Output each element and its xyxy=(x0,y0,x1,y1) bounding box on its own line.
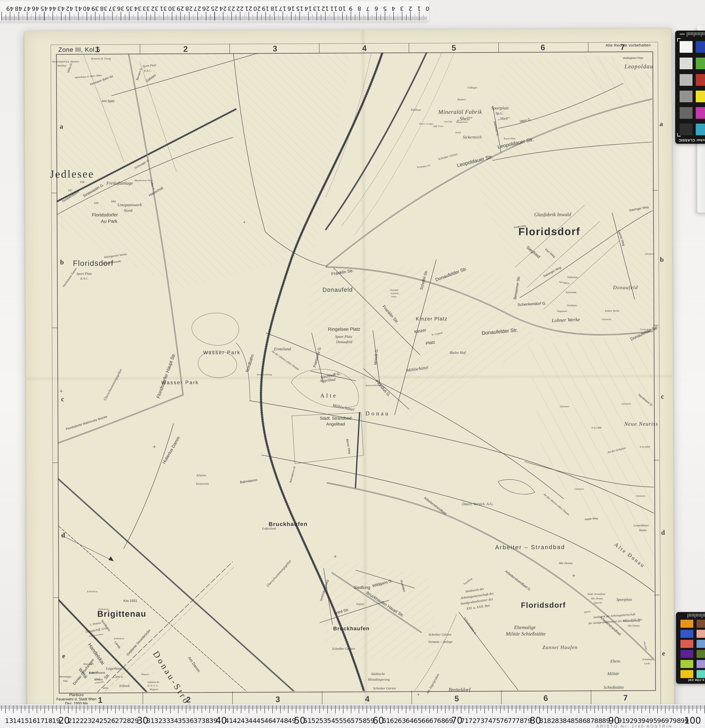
map-label: Sickerteich xyxy=(463,135,481,140)
ruler-number: 38 xyxy=(100,5,107,12)
ruler-number: 45 xyxy=(256,717,265,725)
ruler-number: 46 xyxy=(32,5,39,12)
map-border-inner xyxy=(56,51,656,693)
map-label: Bieler Hof xyxy=(450,351,466,355)
color-swatch xyxy=(696,620,705,628)
map-label: Sport Platz xyxy=(77,272,92,276)
grid-letter: e xyxy=(62,652,65,660)
map-label: Kinzer Platz xyxy=(416,316,447,322)
color-swatch xyxy=(696,107,705,119)
map-label: Schießstätte xyxy=(604,685,624,690)
colorchecker-row xyxy=(680,91,705,102)
map-label: Am Spitz xyxy=(102,99,114,103)
ruler-number: 75 xyxy=(492,717,500,725)
ruler-number: 6 xyxy=(375,5,378,12)
ruler-number: 41 xyxy=(74,5,82,12)
ruler-cm-ticks xyxy=(0,705,705,713)
map-label: Wolfsgärten Platz xyxy=(623,56,644,59)
map-label: Siemens – Anlage xyxy=(428,640,453,644)
ruler-number: 82 xyxy=(547,717,555,725)
map-label: Zannet Haufen xyxy=(542,644,578,650)
ruler-number: 95 xyxy=(649,717,657,725)
map-label: Binderei xyxy=(457,98,466,101)
ruler-number: 40 xyxy=(83,5,90,12)
map-label: Sportplatz xyxy=(491,105,509,111)
top-ruler: 0123456789101112131415161718192021222324… xyxy=(0,1,429,22)
color-swatch xyxy=(680,640,693,648)
ruler-number: 31 xyxy=(159,5,167,12)
ruler-number: 57 xyxy=(351,717,359,725)
color-swatch xyxy=(680,74,692,86)
ruler-number: 32 xyxy=(151,5,159,12)
grid-number: 3 xyxy=(275,695,280,704)
color-swatch xyxy=(680,670,693,678)
ruler-number: 77 xyxy=(508,717,516,725)
ruler-number: 23 xyxy=(228,5,235,12)
colorchecker-row xyxy=(680,74,705,86)
ruler-number: 86 xyxy=(579,717,587,725)
map-label: Brigittenau xyxy=(97,609,146,619)
colorchecker-row xyxy=(680,58,705,69)
map-label: Angelibad xyxy=(326,422,345,426)
ruler-number: 41 xyxy=(225,717,233,725)
card-mm-label: mm xyxy=(680,33,685,36)
ruler-number: 87 xyxy=(586,717,595,725)
ruler-number: 78 xyxy=(516,717,524,725)
ruler-number: 45 xyxy=(40,5,48,12)
ruler-number: 85 xyxy=(570,717,579,725)
ruler-number: 44 xyxy=(49,5,56,12)
map-label: Neue Neuriss xyxy=(624,421,658,427)
ruler-number: 21 xyxy=(245,5,252,12)
ruler-number: 68 xyxy=(437,717,445,725)
map-label: Magazin xyxy=(141,673,149,675)
map-label: Leopoldau xyxy=(624,63,653,70)
color-swatch xyxy=(696,650,705,658)
map-label: Bruckhaufen xyxy=(269,521,308,527)
map-label: + xyxy=(59,388,63,394)
map-label: Allerheiligen xyxy=(59,676,71,678)
map-label: Schmiede xyxy=(566,291,576,294)
card-ruler-ticks xyxy=(688,614,705,618)
map-label: Ehem. xyxy=(610,659,621,664)
grid-number: 3 xyxy=(273,44,277,53)
ruler-number: 12 xyxy=(321,5,329,12)
map-label: Süddeutsche xyxy=(147,681,159,684)
ruler-number: 19 xyxy=(262,5,269,12)
ruler-number: 76 xyxy=(500,717,508,725)
ruler-number: 54 xyxy=(327,717,335,725)
map-label: Nord xyxy=(124,208,132,213)
map-label: Raff. Trans. xyxy=(433,125,444,127)
map-label: Bootsvermietung xyxy=(257,373,272,376)
map-label: „Shell“ xyxy=(498,116,510,121)
color-swatch xyxy=(680,58,692,69)
map-label: Ringelsee Platz xyxy=(328,326,360,332)
colorchecker-card-bottom: x-rite col xyxy=(676,612,705,684)
map-label: Schreber Gärten xyxy=(429,633,451,637)
ruler-number: 0 xyxy=(426,5,429,12)
color-swatch xyxy=(696,124,705,135)
map-label: Donaufeld xyxy=(323,286,353,293)
ruler-number: 2 xyxy=(408,5,412,12)
map-label: Arbeiter – Strandbad xyxy=(495,544,565,551)
ruler-number: 36 xyxy=(186,717,194,725)
ruler-number: 71 xyxy=(461,717,469,725)
ruler-number: 5 xyxy=(383,5,387,12)
grid-letter: a xyxy=(59,123,63,130)
ruler-number: 73 xyxy=(476,717,485,725)
colorchecker-row xyxy=(680,670,705,678)
grid-letter: d xyxy=(661,529,665,536)
map-label: Gärtnerei xyxy=(621,402,631,405)
scanned-map-photograph: Zone III, Kol.6 Alle Rechte vorbehalten … xyxy=(0,0,705,728)
map-label: Mineralöl Fabrik xyxy=(438,108,482,116)
ruler-number: 36 xyxy=(117,5,124,12)
map-label: K.N.1398 xyxy=(591,426,601,429)
ruler-cm-ticks xyxy=(1,12,427,20)
ruler-number: 17 xyxy=(279,5,286,12)
colorchecker-card-top: mm rchecker CLASSIC xyxy=(675,30,705,144)
map-label: Magazin xyxy=(150,688,158,691)
map-label: F.A.C. xyxy=(144,69,152,73)
map-label: Jedlesee xyxy=(50,168,94,181)
map-label: Wirtschaftshof d. Mautner xyxy=(52,60,80,64)
ruler-brand-text: ARISTO Nr. 1/40 AUSTRIA xyxy=(596,724,673,728)
ruler-number: 31 xyxy=(146,717,155,725)
